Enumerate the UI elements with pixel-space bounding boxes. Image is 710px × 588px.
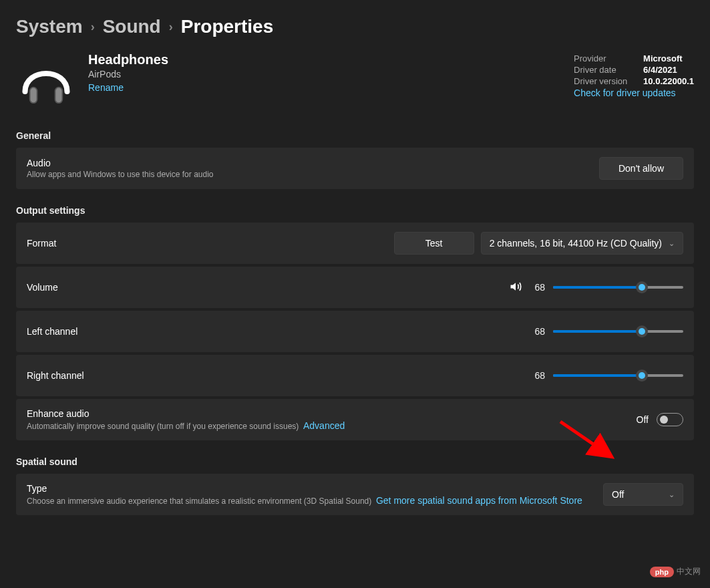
right-channel-value: 68: [530, 370, 545, 381]
dont-allow-button[interactable]: Don't allow: [599, 157, 683, 180]
speaker-icon[interactable]: [509, 280, 522, 295]
chevron-right-icon: ›: [169, 20, 173, 34]
enhance-toggle[interactable]: [657, 413, 683, 426]
provider-label: Provider: [574, 53, 637, 63]
provider-value: Microsoft: [643, 53, 683, 63]
volume-value: 68: [530, 282, 545, 293]
store-link[interactable]: Get more spatial sound apps from Microso…: [376, 495, 582, 506]
watermark: php 中文网: [650, 566, 701, 577]
breadcrumb-system[interactable]: System: [16, 16, 83, 37]
right-channel-slider[interactable]: [553, 369, 683, 382]
check-driver-updates-link[interactable]: Check for driver updates: [574, 88, 676, 98]
left-channel-title: Left channel: [27, 326, 77, 337]
right-channel-title: Right channel: [27, 370, 84, 381]
driver-info: ProviderMicrosoft Driver date6/4/2021 Dr…: [574, 49, 694, 98]
enhance-title: Enhance audio: [27, 408, 345, 419]
test-button[interactable]: Test: [394, 232, 474, 255]
breadcrumb-properties: Properties: [181, 16, 274, 37]
svg-rect-2: [31, 88, 37, 103]
spatial-dropdown[interactable]: Off ⌄: [603, 483, 683, 506]
right-channel-card: Right channel 68: [16, 355, 694, 396]
spatial-type-card: Type Choose an immersive audio experienc…: [16, 474, 694, 515]
audio-title: Audio: [27, 158, 214, 168]
section-general: General: [0, 130, 710, 148]
driver-date-label: Driver date: [574, 65, 637, 75]
device-title: Headphones: [88, 49, 168, 67]
section-spatial: Spatial sound: [0, 456, 710, 474]
php-badge: php: [650, 567, 674, 577]
driver-version-label: Driver version: [574, 76, 637, 86]
driver-version-value: 10.0.22000.1: [643, 76, 694, 86]
volume-title: Volume: [27, 282, 58, 293]
format-card: Format Test 2 channels, 16 bit, 44100 Hz…: [16, 223, 694, 264]
audio-card: Audio Allow apps and Windows to use this…: [16, 148, 694, 189]
left-channel-card: Left channel 68: [16, 311, 694, 352]
format-title: Format: [27, 238, 56, 249]
rename-link[interactable]: Rename: [88, 82, 124, 93]
enhance-audio-card[interactable]: Enhance audio Automatically improve soun…: [16, 399, 694, 440]
format-dropdown-value: 2 channels, 16 bit, 44100 Hz (CD Quality…: [490, 238, 662, 249]
headphones-icon: [16, 49, 76, 112]
left-channel-slider[interactable]: [553, 325, 683, 338]
svg-rect-3: [55, 88, 61, 103]
spatial-type-title: Type: [27, 483, 582, 494]
chevron-down-icon: ⌄: [669, 490, 675, 499]
device-header: Headphones AirPods Rename ProviderMicros…: [0, 49, 710, 130]
enhance-subtitle: Automatically improve sound quality (tur…: [27, 420, 345, 431]
volume-slider[interactable]: [553, 281, 683, 294]
section-output: Output settings: [0, 205, 710, 223]
chevron-right-icon: ›: [91, 20, 95, 34]
device-subtitle: AirPods: [88, 69, 168, 80]
enhance-toggle-state: Off: [637, 414, 649, 425]
spatial-dropdown-value: Off: [612, 489, 624, 500]
breadcrumb-sound[interactable]: Sound: [103, 16, 161, 37]
spatial-type-subtitle: Choose an immersive audio experience tha…: [27, 495, 582, 506]
left-channel-value: 68: [530, 326, 545, 337]
breadcrumb: System › Sound › Properties: [0, 0, 710, 49]
watermark-text: 中文网: [677, 566, 701, 577]
chevron-down-icon: ⌄: [669, 239, 675, 248]
advanced-link[interactable]: Advanced: [303, 420, 345, 431]
driver-date-value: 6/4/2021: [643, 65, 677, 75]
audio-subtitle: Allow apps and Windows to use this devic…: [27, 170, 214, 179]
volume-card: Volume 68: [16, 267, 694, 308]
format-dropdown[interactable]: 2 channels, 16 bit, 44100 Hz (CD Quality…: [481, 232, 683, 255]
